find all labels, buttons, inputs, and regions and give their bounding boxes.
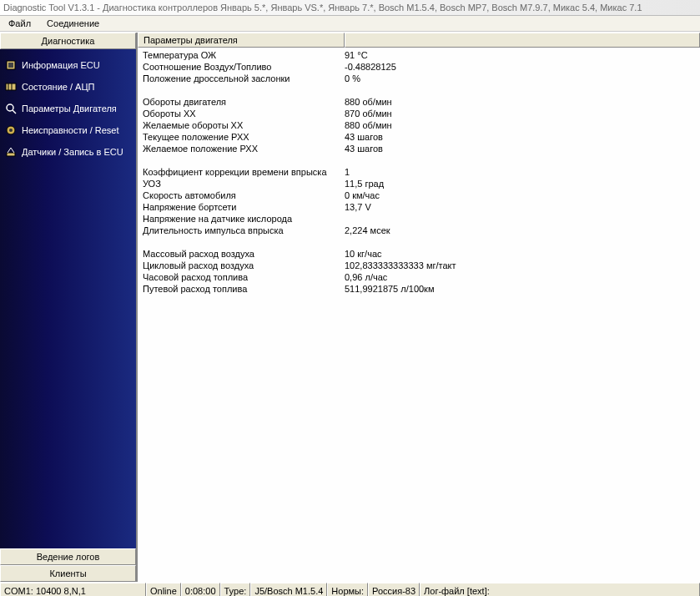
main-panel: Параметры двигателя Температура ОЖ91 °CС… [138,33,700,582]
status-norms-value: Россия-83 [368,583,420,596]
param-value: 1 [345,166,700,178]
param-value: 0 км/час [345,189,700,201]
param-row: Положение дроссельной заслонки0 % [138,73,700,84]
status-logfile: Лог-файл [text]: [420,583,700,596]
param-name: Напряжение на датчике кислорода [138,213,345,225]
sidebar-item-ecu-info[interactable]: Информация ECU [0,54,136,76]
param-value: 91 °C [345,49,700,61]
param-value: 43 шагов [345,143,700,154]
param-row: Желаемое положение РХХ43 шагов [138,143,700,154]
param-name: Желаемые обороты ХХ [138,119,345,131]
status-time: 0:08:00 [181,583,220,596]
param-name: Коэффициент коррекции времени впрыска [138,166,345,178]
status-type-value: J5/Bosch M1.5.4 [250,583,327,596]
gauge-icon [5,81,17,93]
svg-rect-2 [6,83,16,90]
param-name: Длительность импульса впрыска [138,225,345,236]
param-row: Часовой расход топлива0,96 л/час [138,271,700,283]
param-value: 11,5 град [345,178,700,189]
param-name: Обороты двигателя [138,96,345,108]
param-value: 880 об/мин [345,96,700,108]
column-header-value[interactable] [345,33,700,48]
param-name: Цикловый расход воздуха [138,260,345,271]
status-norms-label: Нормы: [327,583,368,596]
param-row: Напряжение бортсети13,7 V [138,201,700,213]
menu-file[interactable]: Файл [2,16,38,31]
param-value: 0,96 л/час [345,271,700,283]
param-value: 10 кг/час [345,248,700,260]
param-row: Соотношение Воздух/Топливо-0.48828125 [138,61,700,73]
sidebar-item-engine-params[interactable]: Параметры Двигателя [0,98,136,119]
param-name: Часовой расход топлива [138,271,345,283]
svg-point-8 [9,129,13,132]
status-type-label: Type: [220,583,251,596]
param-value: 880 об/мин [345,119,700,131]
param-value: 870 об/мин [345,108,700,119]
param-row: Путевой расход топлива511,9921875 л/100к… [138,283,700,295]
param-row: Массовый расход воздуха10 кг/час [138,248,700,260]
chip-icon [5,59,17,71]
params-header-row: Параметры двигателя [138,33,700,48]
param-value [345,213,700,225]
sidebar: Диагностика Информация ECU Состояние / А… [0,33,138,582]
window-title: Diagnostic Tool V1.3.1 - Диагностика кон… [0,0,700,16]
param-name: Соотношение Воздух/Топливо [138,61,345,73]
param-row: Обороты двигателя880 об/мин [138,96,700,108]
param-row: Текущее положение РХХ43 шагов [138,131,700,143]
param-row: Температура ОЖ91 °C [138,49,700,61]
param-value: 511,9921875 л/100км [345,283,700,295]
sidebar-item-label: Информация ECU [22,60,100,70]
param-row: УОЗ11,5 град [138,178,700,189]
param-name: Скорость автомобиля [138,189,345,201]
param-row: Скорость автомобиля0 км/час [138,189,700,201]
param-row: Длительность импульса впрыска2,224 мсек [138,225,700,236]
svg-rect-1 [8,63,13,68]
sidebar-header-diagnostics[interactable]: Диагностика [0,33,136,49]
menu-connection[interactable]: Соединение [40,16,106,31]
params-list: Температура ОЖ91 °CСоотношение Воздух/То… [138,48,700,582]
menu-bar: Файл Соединение [0,16,700,32]
param-row: Обороты ХХ870 об/мин [138,108,700,119]
param-name: Массовый расход воздуха [138,248,345,260]
gear-icon [5,124,17,136]
param-value: 0 % [345,73,700,84]
param-name: Температура ОЖ [138,49,345,61]
param-value: 102,833333333333 мг/такт [345,260,700,271]
param-row: Цикловый расход воздуха102,833333333333 … [138,260,700,271]
param-name: Напряжение бортсети [138,201,345,213]
status-bar: COM1: 10400 8,N,1 Online 0:08:00 Type: J… [0,582,700,596]
param-name: УОЗ [138,178,345,189]
param-name: Текущее положение РХХ [138,131,345,143]
param-name: Желаемое положение РХХ [138,143,345,154]
status-online: Online [146,583,181,596]
param-row: Желаемые обороты ХХ880 об/мин [138,119,700,131]
sidebar-nav: Информация ECU Состояние / АЦП Параметры… [0,49,136,548]
status-port: COM1: 10400 8,N,1 [0,583,146,596]
param-row: Коэффициент коррекции времени впрыска1 [138,166,700,178]
svg-point-5 [7,104,13,111]
sidebar-clients-button[interactable]: Клиенты [0,565,136,582]
param-row: Напряжение на датчике кислорода [138,213,700,225]
column-header-parameter[interactable]: Параметры двигателя [138,33,345,48]
sidebar-item-sensors-write[interactable]: Датчики / Запись в ECU [0,141,136,163]
search-icon [5,103,17,114]
param-value: 13,7 V [345,201,700,213]
param-name: Положение дроссельной заслонки [138,73,345,84]
param-value: -0.48828125 [345,61,700,73]
sidebar-item-label: Неисправности / Reset [22,125,119,135]
sidebar-item-label: Параметры Двигателя [22,104,117,114]
sidebar-item-faults-reset[interactable]: Неисправности / Reset [0,119,136,141]
param-name: Путевой расход топлива [138,283,345,295]
svg-rect-9 [7,153,15,156]
sidebar-item-label: Состояние / АЦП [22,82,94,92]
param-value: 43 шагов [345,131,700,143]
sidebar-item-label: Датчики / Запись в ECU [22,147,123,157]
svg-line-6 [13,110,16,114]
param-value: 2,224 мсек [345,225,700,236]
sidebar-logging-button[interactable]: Ведение логов [0,548,136,565]
sidebar-item-state-adc[interactable]: Состояние / АЦП [0,76,136,98]
param-name: Обороты ХХ [138,108,345,119]
write-icon [5,146,17,158]
